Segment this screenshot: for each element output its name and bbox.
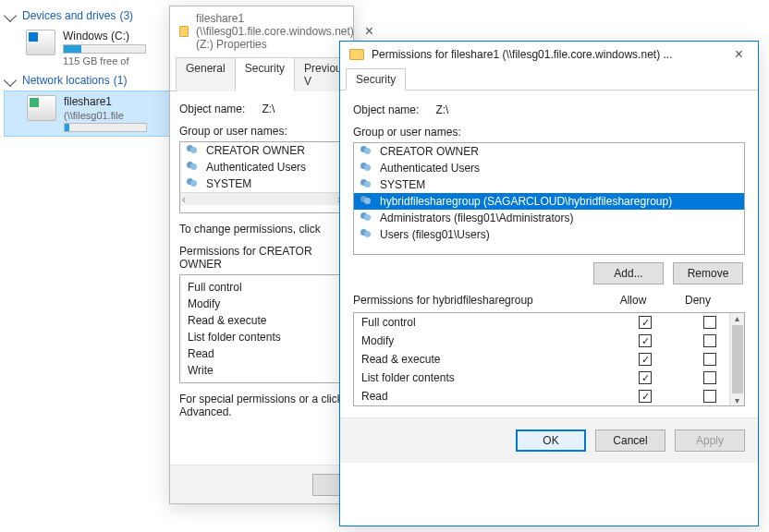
perm-item: Write — [188, 362, 336, 379]
list-item[interactable]: hybridfilesharegroup (SAGARCLOUD\hybridf… — [354, 193, 744, 210]
drive-c-usage-bar — [63, 44, 146, 54]
group-icon — [360, 212, 374, 224]
group-icon — [360, 163, 374, 174]
perm-item: Modify — [188, 296, 336, 312]
group-icon — [186, 145, 201, 156]
folder-icon — [179, 26, 189, 37]
permission-name: List folder contents — [361, 371, 613, 384]
network-header-label: Network locations — [22, 74, 110, 87]
deny-checkbox[interactable] — [703, 371, 716, 384]
perm-item: Full control — [188, 279, 336, 296]
properties-tabs: General Security Previous V — [170, 56, 353, 91]
scroll-up-icon[interactable]: ▴ — [735, 313, 739, 323]
group-icon — [186, 178, 201, 189]
perm-for-label: Permissions for hybridfilesharegroup — [353, 294, 601, 307]
permission-row: Full control — [354, 313, 744, 332]
group-user-label: Group or user names: — [179, 125, 344, 138]
list-item[interactable]: Users (filesg01\Users) — [354, 226, 744, 243]
scrollbar-horizontal[interactable]: ‹› — [180, 192, 343, 205]
properties-title: fileshare1 (\\filesg01.file.core.windows… — [196, 12, 360, 51]
perm-item: Read & execute — [188, 312, 336, 329]
properties-footer — [170, 465, 353, 503]
drive-c-label: Windows (C:) — [63, 30, 146, 42]
dialog-button-row: OK Cancel Apply — [340, 417, 758, 463]
permission-name: Read — [361, 390, 613, 403]
tab-general[interactable]: General — [176, 57, 236, 91]
permission-name: Full control — [361, 316, 613, 329]
group-icon — [186, 162, 201, 173]
allow-checkbox[interactable] — [639, 353, 652, 366]
column-allow: Allow — [601, 294, 665, 307]
allow-checkbox[interactable] — [639, 334, 652, 347]
list-item[interactable]: SYSTEM — [354, 176, 744, 193]
scroll-down-icon[interactable]: ▾ — [735, 395, 739, 405]
drive-c-sub: 115 GB free of — [63, 55, 146, 66]
cancel-button[interactable]: Cancel — [595, 429, 665, 452]
network-drive-icon — [27, 95, 56, 121]
deny-checkbox[interactable] — [703, 353, 716, 366]
object-name-value: Z:\ — [262, 103, 275, 115]
allow-checkbox[interactable] — [639, 316, 652, 329]
tab-security[interactable]: Security — [346, 68, 406, 91]
add-button[interactable]: Add... — [593, 262, 664, 284]
fileshare-sub: (\\filesg01.file — [64, 110, 147, 121]
permission-row: Read & execute — [354, 350, 744, 369]
explorer-navpane: Devices and drives (3) Windows (C:) 115 … — [0, 0, 185, 142]
fileshare-usage-bar — [64, 123, 147, 132]
group-user-label: Group or user names: — [353, 126, 745, 139]
permission-row: Read — [354, 387, 744, 405]
properties-dialog: fileshare1 (\\filesg01.file.core.windows… — [169, 6, 354, 504]
group-icon — [360, 146, 374, 157]
properties-titlebar[interactable]: fileshare1 (\\filesg01.file.core.windows… — [170, 6, 353, 56]
network-header[interactable]: Network locations (1) — [4, 70, 181, 91]
drive-c[interactable]: Windows (C:) 115 GB free of — [4, 26, 181, 70]
close-icon[interactable]: × — [360, 24, 379, 39]
deny-checkbox[interactable] — [703, 334, 716, 347]
list-item[interactable]: Authenticated Users — [354, 160, 744, 176]
special-perm-hint: For special permissions or a click Advan… — [179, 393, 344, 418]
network-count: (1) — [114, 74, 128, 87]
list-item: SYSTEM — [180, 175, 343, 192]
list-item[interactable]: CREATOR OWNER — [354, 143, 744, 160]
chevron-down-icon — [4, 9, 17, 22]
allow-checkbox[interactable] — [639, 371, 652, 384]
list-item: CREATOR OWNER — [180, 142, 343, 159]
permissions-titlebar[interactable]: Permissions for fileshare1 (\\filesg01.f… — [340, 42, 758, 67]
remove-button[interactable]: Remove — [673, 262, 743, 284]
change-perm-hint: To change permissions, click — [179, 223, 344, 236]
permission-name: Read & execute — [361, 353, 613, 366]
devices-count: (3) — [119, 9, 133, 22]
tab-security[interactable]: Security — [235, 57, 295, 91]
permission-name: Modify — [361, 334, 613, 347]
perm-for-label: Permissions for CREATOR OWNER — [179, 245, 344, 271]
deny-checkbox[interactable] — [703, 390, 716, 403]
group-icon — [360, 229, 374, 240]
permission-row: List folder contents — [354, 369, 744, 387]
list-item: Authenticated Users — [180, 159, 343, 175]
perm-item: List folder contents — [188, 329, 336, 345]
apply-button[interactable]: Apply — [675, 429, 745, 452]
permissions-tabs: Security — [340, 67, 758, 91]
group-icon — [360, 196, 374, 207]
close-icon[interactable]: × — [729, 47, 749, 62]
object-name-value: Z:\ — [435, 103, 448, 116]
allow-checkbox[interactable] — [639, 390, 652, 403]
group-user-list[interactable]: CREATOR OWNERAuthenticated UsersSYSTEMhy… — [353, 142, 745, 255]
scrollbar-vertical[interactable]: ▴ ▾ — [729, 313, 744, 405]
object-name-label: Object name: — [353, 103, 419, 116]
drive-icon — [26, 30, 55, 55]
drive-fileshare[interactable]: fileshare1 (\\filesg01.file — [4, 91, 181, 137]
scrollbar-thumb[interactable] — [732, 325, 743, 393]
permission-row: Modify — [354, 332, 744, 350]
devices-header[interactable]: Devices and drives (3) — [4, 6, 181, 26]
folder-icon — [349, 49, 364, 60]
devices-header-label: Devices and drives — [22, 9, 116, 22]
permissions-table: Full controlModifyRead & executeList fol… — [353, 312, 745, 406]
permissions-title: Permissions for fileshare1 (\\filesg01.f… — [372, 48, 672, 61]
list-item[interactable]: Administrators (filesg01\Administrators) — [354, 210, 744, 226]
group-user-list[interactable]: CREATOR OWNER Authenticated Users SYSTEM… — [179, 141, 344, 213]
permissions-dialog: Permissions for fileshare1 (\\filesg01.f… — [339, 41, 759, 526]
group-icon — [360, 179, 374, 190]
deny-checkbox[interactable] — [703, 316, 716, 329]
ok-button[interactable]: OK — [516, 429, 586, 452]
